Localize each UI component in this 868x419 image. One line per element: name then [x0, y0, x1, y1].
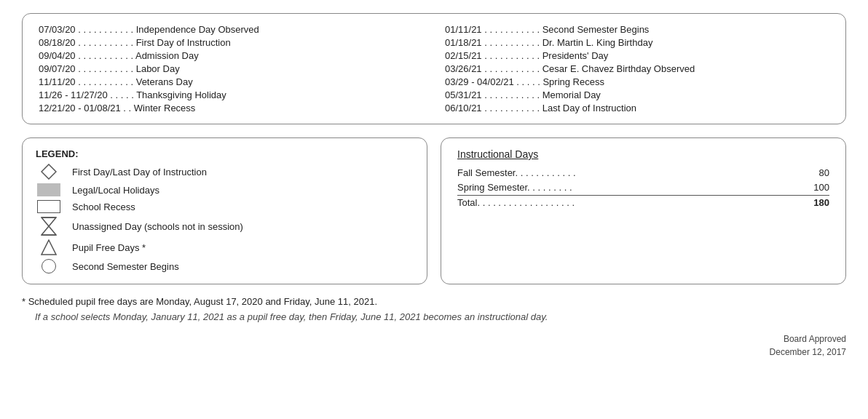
legend-item-label: School Recess [72, 201, 135, 212]
instruct-row-value: 100 [802, 182, 829, 193]
instruct-row: Spring Semester. . . . . . . . .100 [457, 182, 829, 193]
instruct-row-value: 80 [802, 167, 829, 178]
rect-gray-icon [36, 183, 62, 196]
date-entry: 03/26/21 . . . . . . . . . . . Cesar E. … [445, 63, 829, 74]
board-line1: Board Approved [22, 332, 846, 346]
board-line2: December 12, 2017 [22, 346, 846, 359]
date-entry: 03/29 - 04/02/21 . . . . . Spring Recess [445, 76, 829, 87]
date-entry: 11/26 - 11/27/20 . . . . . Thanksgiving … [39, 89, 423, 100]
svg-marker-5 [42, 240, 56, 255]
date-entry: 01/11/21 . . . . . . . . . . . Second Se… [445, 24, 829, 35]
hourglass-icon [36, 217, 62, 236]
instruct-row-label: Spring Semester. . . . . . . . . [457, 182, 802, 193]
bottom-row: LEGEND: First Day/Last Day of Instructio… [22, 137, 846, 284]
legend-box: LEGEND: First Day/Last Day of Instructio… [22, 137, 427, 284]
legend-header: LEGEND: [36, 148, 414, 159]
legend-item-label: Legal/Local Holidays [72, 185, 159, 196]
instruct-row-label: Fall Semester. . . . . . . . . . . . [457, 167, 802, 178]
dates-right-col: 01/11/21 . . . . . . . . . . . Second Se… [445, 24, 829, 113]
legend-item-label: Pupil Free Days * [72, 242, 146, 253]
total-label: Total. . . . . . . . . . . . . . . . . .… [457, 197, 802, 208]
footer-note1: * Scheduled pupil free days are Monday, … [22, 295, 846, 310]
legend-item-label: First Day/Last Day of Instruction [72, 167, 207, 177]
date-entry: 02/15/21 . . . . . . . . . . . President… [445, 50, 829, 61]
dates-box: 07/03/20 . . . . . . . . . . . Independe… [22, 13, 846, 124]
svg-marker-2 [42, 226, 56, 235]
legend-item: Legal/Local Holidays [36, 183, 414, 196]
legend-item-label: Unassigned Day (schools not in session) [72, 221, 243, 232]
date-entry: 12/21/20 - 01/08/21 . . Winter Recess [39, 103, 423, 113]
svg-marker-0 [42, 164, 56, 179]
date-entry: 09/04/20 . . . . . . . . . . . Admission… [39, 50, 423, 61]
legend-item-label: Second Semester Begins [72, 261, 179, 272]
board-approved: Board Approved December 12, 2017 [22, 332, 846, 359]
date-entry: 05/31/21 . . . . . . . . . . . Memorial … [445, 89, 829, 100]
circle-icon [36, 259, 62, 274]
footer-notes: * Scheduled pupil free days are Monday, … [22, 295, 846, 325]
total-value: 180 [802, 197, 829, 208]
date-entry: 11/11/20 . . . . . . . . . . . Veterans … [39, 76, 423, 87]
legend-items: First Day/Last Day of InstructionLegal/L… [36, 164, 414, 274]
legend-item: Pupil Free Days * [36, 239, 414, 255]
date-entry: 01/18/21 . . . . . . . . . . . Dr. Marti… [445, 37, 829, 48]
total-divider [457, 195, 829, 196]
triangle-icon [36, 239, 62, 255]
dates-left-col: 07/03/20 . . . . . . . . . . . Independe… [39, 24, 423, 113]
instructional-days-rows: Fall Semester. . . . . . . . . . . .80Sp… [457, 167, 829, 193]
legend-item: School Recess [36, 200, 414, 213]
date-entry: 06/10/21 . . . . . . . . . . . Last Day … [445, 103, 829, 113]
rect-outline-icon [36, 200, 62, 213]
date-entry: 07/03/20 . . . . . . . . . . . Independe… [39, 24, 423, 35]
date-entry: 08/18/20 . . . . . . . . . . . First Day… [39, 37, 423, 48]
total-row: Total. . . . . . . . . . . . . . . . . .… [457, 197, 829, 208]
svg-marker-1 [42, 218, 56, 226]
legend-item: Unassigned Day (schools not in session) [36, 217, 414, 236]
diamond-icon [36, 164, 62, 180]
legend-item: First Day/Last Day of Instruction [36, 164, 414, 180]
instructional-days-box: Instructional Days Fall Semester. . . . … [441, 137, 846, 284]
date-entry: 09/07/20 . . . . . . . . . . . Labor Day [39, 63, 423, 74]
instructional-days-title: Instructional Days [457, 148, 829, 160]
instruct-row: Fall Semester. . . . . . . . . . . .80 [457, 167, 829, 178]
legend-item: Second Semester Begins [36, 259, 414, 274]
footer-note2: If a school selects Monday, January 11, … [35, 310, 846, 325]
